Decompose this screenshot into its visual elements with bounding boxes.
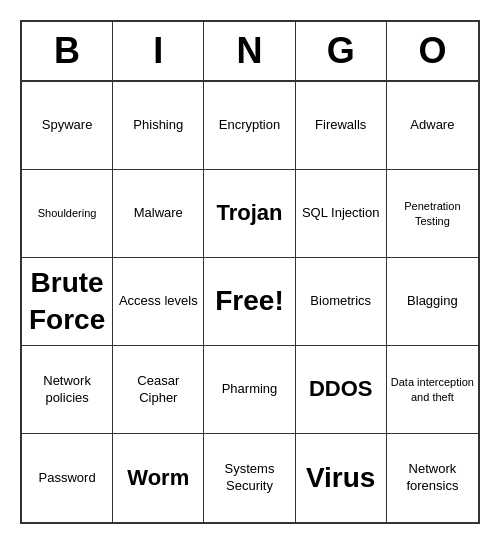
bingo-cell-5: Shouldering — [22, 170, 113, 258]
bingo-cell-4: Adware — [387, 82, 478, 170]
bingo-header: BINGO — [22, 22, 478, 82]
bingo-cell-10: Brute Force — [22, 258, 113, 346]
bingo-cell-6: Malware — [113, 170, 204, 258]
bingo-cell-22: Systems Security — [204, 434, 295, 522]
bingo-cell-20: Password — [22, 434, 113, 522]
bingo-cell-8: SQL Injection — [296, 170, 387, 258]
bingo-letter-I: I — [113, 22, 204, 80]
bingo-cell-0: Spyware — [22, 82, 113, 170]
bingo-cell-19: Data interception and theft — [387, 346, 478, 434]
bingo-letter-G: G — [296, 22, 387, 80]
bingo-cell-9: Penetration Testing — [387, 170, 478, 258]
bingo-letter-N: N — [204, 22, 295, 80]
bingo-card: BINGO SpywarePhishingEncryptionFirewalls… — [20, 20, 480, 524]
bingo-letter-B: B — [22, 22, 113, 80]
bingo-cell-3: Firewalls — [296, 82, 387, 170]
bingo-cell-17: Pharming — [204, 346, 295, 434]
bingo-cell-15: Network policies — [22, 346, 113, 434]
bingo-cell-18: DDOS — [296, 346, 387, 434]
bingo-cell-13: Biometrics — [296, 258, 387, 346]
bingo-cell-24: Network forensics — [387, 434, 478, 522]
bingo-cell-2: Encryption — [204, 82, 295, 170]
bingo-cell-16: Ceasar Cipher — [113, 346, 204, 434]
bingo-cell-1: Phishing — [113, 82, 204, 170]
bingo-letter-O: O — [387, 22, 478, 80]
bingo-cell-21: Worm — [113, 434, 204, 522]
bingo-cell-23: Virus — [296, 434, 387, 522]
bingo-cell-11: Access levels — [113, 258, 204, 346]
bingo-grid: SpywarePhishingEncryptionFirewallsAdware… — [22, 82, 478, 522]
bingo-cell-14: Blagging — [387, 258, 478, 346]
bingo-cell-12: Free! — [204, 258, 295, 346]
bingo-cell-7: Trojan — [204, 170, 295, 258]
